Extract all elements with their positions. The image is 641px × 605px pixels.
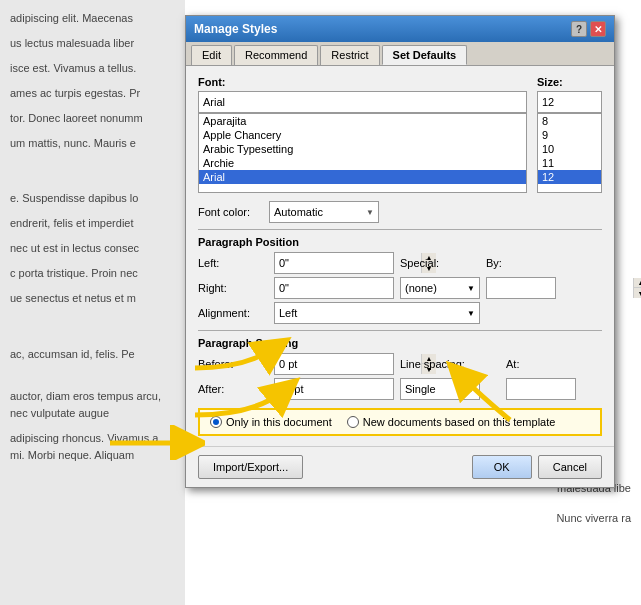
line-spacing-dropdown[interactable]: Single ▼	[400, 378, 480, 400]
by-label: By:	[486, 257, 556, 269]
size-section: Size: 8 9 10 11 12	[537, 76, 602, 193]
tab-recommend[interactable]: Recommend	[234, 45, 318, 65]
after-label: After:	[198, 383, 268, 395]
line-spacing-arrow: ▼	[467, 385, 475, 394]
alignment-label: Alignment:	[198, 307, 268, 319]
at-label: At:	[506, 358, 576, 370]
radio-circle-2[interactable]	[347, 416, 359, 428]
para-position-grid: Left: ▲ ▼ Special: By: Right: ▲ ▼ (none)	[198, 252, 602, 324]
font-item-arial[interactable]: Arial	[199, 170, 526, 184]
special-label: Special:	[400, 257, 480, 269]
font-color-label: Font color:	[198, 206, 263, 218]
radio-new-documents[interactable]: New documents based on this template	[347, 416, 556, 428]
doc-left-text: adipiscing elit. Maecenas us lectus male…	[5, 0, 180, 605]
font-color-arrow: ▼	[366, 208, 374, 217]
bottom-buttons-bar: Import/Export... OK Cancel	[186, 446, 614, 487]
radio-circle-1[interactable]	[210, 416, 222, 428]
font-input[interactable]	[198, 91, 527, 113]
size-item-11[interactable]: 11	[538, 156, 601, 170]
before-spinner[interactable]: ▲ ▼	[274, 353, 394, 375]
para-spacing-title: Paragraph Spacing	[198, 337, 602, 349]
divider-2	[198, 330, 602, 331]
alignment-dropdown[interactable]: Left ▼	[274, 302, 480, 324]
import-export-button[interactable]: Import/Export...	[198, 455, 303, 479]
dialog-body: Font: Aparajita Apple Chancery Arabic Ty…	[186, 66, 614, 446]
size-label: Size:	[537, 76, 602, 88]
size-item-8[interactable]: 8	[538, 114, 601, 128]
special-dropdown[interactable]: (none) ▼	[400, 277, 480, 299]
by-spin-down[interactable]: ▼	[634, 288, 641, 298]
size-input[interactable]	[537, 91, 602, 113]
radio-label-1: Only in this document	[226, 416, 332, 428]
alignment-arrow: ▼	[467, 309, 475, 318]
left-spinner[interactable]: ▲ ▼	[274, 252, 394, 274]
by-spinner[interactable]: ▲ ▼	[486, 277, 556, 299]
line-spacing-label: Line spacing:	[400, 358, 500, 370]
radio-label-2: New documents based on this template	[363, 416, 556, 428]
manage-styles-dialog: Manage Styles ? ✕ Edit Recommend Restric…	[185, 15, 615, 488]
size-listbox[interactable]: 8 9 10 11 12	[537, 113, 602, 193]
font-color-row: Font color: Automatic ▼	[198, 201, 602, 223]
tab-set-defaults[interactable]: Set Defaults	[382, 45, 468, 65]
font-listbox[interactable]: Aparajita Apple Chancery Arabic Typesett…	[198, 113, 527, 193]
font-color-dropdown[interactable]: Automatic ▼	[269, 201, 379, 223]
line-spacing-value: Single	[405, 383, 436, 395]
by-spin-up[interactable]: ▲	[634, 278, 641, 288]
before-label: Before:	[198, 358, 268, 370]
divider-1	[198, 229, 602, 230]
help-button[interactable]: ?	[571, 21, 587, 37]
size-item-9[interactable]: 9	[538, 128, 601, 142]
font-label: Font:	[198, 76, 527, 88]
tab-edit[interactable]: Edit	[191, 45, 232, 65]
cancel-button[interactable]: Cancel	[538, 455, 602, 479]
ok-cancel-group: OK Cancel	[472, 455, 602, 479]
at-spinner[interactable]: ▲ ▼	[506, 378, 576, 400]
special-arrow: ▼	[467, 284, 475, 293]
font-item-archie[interactable]: Archie	[199, 156, 526, 170]
ok-button[interactable]: OK	[472, 455, 532, 479]
radio-only-document[interactable]: Only in this document	[210, 416, 332, 428]
at-value[interactable]	[507, 379, 641, 399]
font-color-value: Automatic	[274, 206, 323, 218]
dialog-title: Manage Styles	[194, 22, 277, 36]
right-label: Right:	[198, 282, 268, 294]
size-item-12[interactable]: 12	[538, 170, 601, 184]
font-item-aparajita[interactable]: Aparajita	[199, 114, 526, 128]
close-button[interactable]: ✕	[590, 21, 606, 37]
font-item-arabictypesetting[interactable]: Arabic Typesetting	[199, 142, 526, 156]
tab-restrict[interactable]: Restrict	[320, 45, 379, 65]
right-spinner[interactable]: ▲ ▼	[274, 277, 394, 299]
title-bar-buttons: ? ✕	[571, 21, 606, 37]
special-value: (none)	[405, 282, 437, 294]
font-item-applechancery[interactable]: Apple Chancery	[199, 128, 526, 142]
para-position-title: Paragraph Position	[198, 236, 602, 248]
by-spinner-buttons: ▲ ▼	[633, 278, 641, 298]
alignment-value: Left	[279, 307, 297, 319]
tab-bar: Edit Recommend Restrict Set Defaults	[186, 42, 614, 66]
font-section: Font: Aparajita Apple Chancery Arabic Ty…	[198, 76, 527, 193]
after-spinner[interactable]: ▲ ▼	[274, 378, 394, 400]
radio-section: Only in this document New documents base…	[198, 408, 602, 436]
para-spacing-grid: Before: ▲ ▼ Line spacing: At: After: ▲ ▼…	[198, 353, 602, 400]
title-bar: Manage Styles ? ✕	[186, 16, 614, 42]
left-label: Left:	[198, 257, 268, 269]
size-item-10[interactable]: 10	[538, 142, 601, 156]
by-value[interactable]	[487, 278, 633, 298]
font-area: Font: Aparajita Apple Chancery Arabic Ty…	[198, 76, 602, 193]
